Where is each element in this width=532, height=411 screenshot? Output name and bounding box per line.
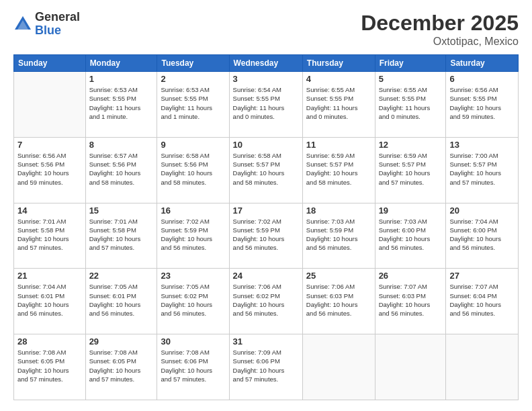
- day-info: Sunrise: 6:59 AM Sunset: 5:57 PM Dayligh…: [379, 151, 443, 187]
- day-number: 26: [379, 271, 443, 281]
- day-number: 27: [449, 271, 515, 281]
- calendar-cell: 9Sunrise: 6:58 AM Sunset: 5:56 PM Daylig…: [157, 137, 229, 203]
- month-title: December 2025: [361, 11, 519, 36]
- calendar-cell: [446, 334, 519, 400]
- day-info: Sunrise: 7:05 AM Sunset: 6:01 PM Dayligh…: [89, 282, 154, 318]
- day-number: 5: [379, 74, 443, 84]
- calendar-cell: 7Sunrise: 6:56 AM Sunset: 5:56 PM Daylig…: [14, 137, 86, 203]
- day-number: 11: [306, 140, 371, 150]
- calendar-cell: 17Sunrise: 7:02 AM Sunset: 5:59 PM Dayli…: [229, 203, 302, 269]
- day-info: Sunrise: 6:58 AM Sunset: 5:57 PM Dayligh…: [233, 151, 299, 187]
- day-number: 10: [233, 140, 299, 150]
- calendar-cell: 11Sunrise: 6:59 AM Sunset: 5:57 PM Dayli…: [302, 137, 375, 203]
- calendar-week-5: 28Sunrise: 7:08 AM Sunset: 6:05 PM Dayli…: [14, 334, 519, 400]
- header-wednesday: Wednesday: [229, 55, 302, 72]
- header-monday: Monday: [85, 55, 157, 72]
- calendar-cell: 8Sunrise: 6:57 AM Sunset: 5:56 PM Daylig…: [85, 137, 157, 203]
- header-friday: Friday: [375, 55, 446, 72]
- calendar-cell: 6Sunrise: 6:56 AM Sunset: 5:55 PM Daylig…: [446, 72, 519, 138]
- day-info: Sunrise: 7:08 AM Sunset: 6:05 PM Dayligh…: [89, 348, 154, 383]
- day-info: Sunrise: 7:02 AM Sunset: 5:59 PM Dayligh…: [161, 217, 225, 253]
- day-info: Sunrise: 7:04 AM Sunset: 6:00 PM Dayligh…: [449, 217, 515, 253]
- day-number: 31: [233, 336, 299, 347]
- day-info: Sunrise: 7:04 AM Sunset: 6:01 PM Dayligh…: [17, 282, 82, 318]
- day-info: Sunrise: 7:06 AM Sunset: 6:02 PM Dayligh…: [233, 282, 299, 318]
- day-number: 15: [89, 205, 154, 216]
- calendar-cell: [302, 334, 375, 400]
- day-info: Sunrise: 6:57 AM Sunset: 5:56 PM Dayligh…: [89, 151, 154, 187]
- day-number: 28: [17, 336, 82, 347]
- calendar-week-2: 7Sunrise: 6:56 AM Sunset: 5:56 PM Daylig…: [14, 137, 519, 203]
- calendar-cell: 29Sunrise: 7:08 AM Sunset: 6:05 PM Dayli…: [85, 334, 157, 400]
- calendar-week-3: 14Sunrise: 7:01 AM Sunset: 5:58 PM Dayli…: [14, 203, 519, 269]
- day-info: Sunrise: 7:07 AM Sunset: 6:03 PM Dayligh…: [379, 282, 443, 318]
- page: General Blue December 2025 Oxtotipac, Me…: [0, 0, 532, 411]
- day-number: 22: [89, 271, 154, 281]
- day-number: 1: [89, 74, 154, 84]
- calendar-cell: 1Sunrise: 6:53 AM Sunset: 5:55 PM Daylig…: [85, 72, 157, 138]
- day-info: Sunrise: 7:01 AM Sunset: 5:58 PM Dayligh…: [89, 217, 154, 253]
- day-info: Sunrise: 7:06 AM Sunset: 6:03 PM Dayligh…: [306, 282, 371, 318]
- location-subtitle: Oxtotipac, Mexico: [361, 36, 519, 48]
- calendar-cell: [375, 334, 446, 400]
- day-info: Sunrise: 6:58 AM Sunset: 5:56 PM Dayligh…: [161, 151, 225, 187]
- calendar-cell: 31Sunrise: 7:09 AM Sunset: 6:06 PM Dayli…: [229, 334, 302, 400]
- calendar-cell: 23Sunrise: 7:05 AM Sunset: 6:02 PM Dayli…: [157, 269, 229, 334]
- calendar-cell: 19Sunrise: 7:03 AM Sunset: 6:00 PM Dayli…: [375, 203, 446, 269]
- calendar-cell: 24Sunrise: 7:06 AM Sunset: 6:02 PM Dayli…: [229, 269, 302, 334]
- calendar-cell: 18Sunrise: 7:03 AM Sunset: 5:59 PM Dayli…: [302, 203, 375, 269]
- calendar-cell: 27Sunrise: 7:07 AM Sunset: 6:04 PM Dayli…: [446, 269, 519, 334]
- header-saturday: Saturday: [446, 55, 519, 72]
- day-number: 21: [17, 271, 82, 281]
- day-info: Sunrise: 6:54 AM Sunset: 5:55 PM Dayligh…: [233, 85, 299, 121]
- day-number: 12: [379, 140, 443, 150]
- calendar-cell: 3Sunrise: 6:54 AM Sunset: 5:55 PM Daylig…: [229, 72, 302, 138]
- logo-general: General: [35, 11, 80, 24]
- title-area: December 2025 Oxtotipac, Mexico: [361, 11, 519, 48]
- calendar-week-1: 1Sunrise: 6:53 AM Sunset: 5:55 PM Daylig…: [14, 72, 519, 138]
- calendar-cell: [14, 72, 86, 138]
- day-number: 17: [233, 205, 299, 216]
- day-info: Sunrise: 7:01 AM Sunset: 5:58 PM Dayligh…: [17, 217, 82, 253]
- calendar-cell: 15Sunrise: 7:01 AM Sunset: 5:58 PM Dayli…: [85, 203, 157, 269]
- calendar-cell: 13Sunrise: 7:00 AM Sunset: 5:57 PM Dayli…: [446, 137, 519, 203]
- day-info: Sunrise: 7:03 AM Sunset: 6:00 PM Dayligh…: [379, 217, 443, 253]
- header-sunday: Sunday: [14, 55, 86, 72]
- day-number: 4: [306, 74, 371, 84]
- calendar-week-4: 21Sunrise: 7:04 AM Sunset: 6:01 PM Dayli…: [14, 269, 519, 334]
- calendar-cell: 5Sunrise: 6:55 AM Sunset: 5:55 PM Daylig…: [375, 72, 446, 138]
- day-info: Sunrise: 7:08 AM Sunset: 6:05 PM Dayligh…: [17, 348, 82, 383]
- day-info: Sunrise: 6:59 AM Sunset: 5:57 PM Dayligh…: [306, 151, 371, 187]
- day-info: Sunrise: 6:53 AM Sunset: 5:55 PM Dayligh…: [161, 85, 225, 121]
- logo-text: General Blue: [35, 11, 80, 38]
- header-tuesday: Tuesday: [157, 55, 229, 72]
- day-number: 14: [17, 205, 82, 216]
- day-number: 9: [161, 140, 225, 150]
- calendar-cell: 14Sunrise: 7:01 AM Sunset: 5:58 PM Dayli…: [14, 203, 86, 269]
- calendar-cell: 10Sunrise: 6:58 AM Sunset: 5:57 PM Dayli…: [229, 137, 302, 203]
- day-number: 19: [379, 205, 443, 216]
- logo-icon: [13, 15, 32, 34]
- calendar: SundayMondayTuesdayWednesdayThursdayFrid…: [13, 54, 519, 400]
- day-number: 8: [89, 140, 154, 150]
- day-number: 13: [449, 140, 515, 150]
- day-number: 7: [17, 140, 82, 150]
- calendar-cell: 21Sunrise: 7:04 AM Sunset: 6:01 PM Dayli…: [14, 269, 86, 334]
- calendar-cell: 26Sunrise: 7:07 AM Sunset: 6:03 PM Dayli…: [375, 269, 446, 334]
- day-info: Sunrise: 7:02 AM Sunset: 5:59 PM Dayligh…: [233, 217, 299, 253]
- day-info: Sunrise: 7:03 AM Sunset: 5:59 PM Dayligh…: [306, 217, 371, 253]
- day-number: 18: [306, 205, 371, 216]
- calendar-cell: 4Sunrise: 6:55 AM Sunset: 5:55 PM Daylig…: [302, 72, 375, 138]
- day-number: 6: [449, 74, 515, 84]
- calendar-cell: 2Sunrise: 6:53 AM Sunset: 5:55 PM Daylig…: [157, 72, 229, 138]
- calendar-cell: 25Sunrise: 7:06 AM Sunset: 6:03 PM Dayli…: [302, 269, 375, 334]
- calendar-header-row: SundayMondayTuesdayWednesdayThursdayFrid…: [14, 55, 519, 72]
- calendar-cell: 20Sunrise: 7:04 AM Sunset: 6:00 PM Dayli…: [446, 203, 519, 269]
- header-thursday: Thursday: [302, 55, 375, 72]
- calendar-cell: 16Sunrise: 7:02 AM Sunset: 5:59 PM Dayli…: [157, 203, 229, 269]
- header: General Blue December 2025 Oxtotipac, Me…: [13, 11, 519, 48]
- logo-blue: Blue: [35, 24, 80, 38]
- day-number: 30: [161, 336, 225, 347]
- day-info: Sunrise: 7:07 AM Sunset: 6:04 PM Dayligh…: [449, 282, 515, 318]
- day-number: 29: [89, 336, 154, 347]
